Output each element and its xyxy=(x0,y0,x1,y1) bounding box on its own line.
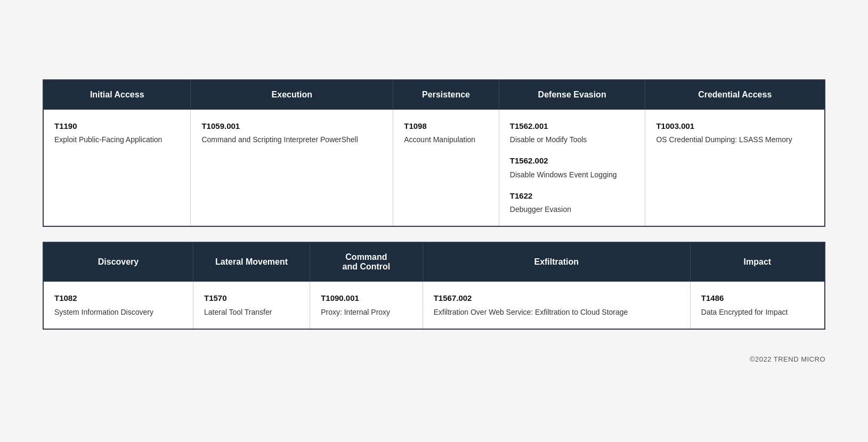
technique-name: System Information Discovery xyxy=(54,307,182,318)
table1-body-row: T1190Exploit Public-Facing ApplicationT1… xyxy=(43,109,825,226)
table2-cell-2: T1090.001Proxy: Internal Proxy xyxy=(310,282,423,329)
technique-name: Proxy: Internal Proxy xyxy=(321,307,412,318)
table1-cell-0: T1190Exploit Public-Facing Application xyxy=(43,109,191,226)
table2-cell-4: T1486Data Encrypted for Impact xyxy=(690,282,825,329)
technique-name: Lateral Tool Transfer xyxy=(204,307,299,318)
technique-entry: T1003.001OS Credential Dumping: LSASS Me… xyxy=(656,120,814,146)
technique-name: OS Credential Dumping: LSASS Memory xyxy=(656,134,814,145)
technique-entry: T1190Exploit Public-Facing Application xyxy=(54,120,180,146)
tables-wrapper: Initial AccessExecutionPersistenceDefens… xyxy=(43,79,825,363)
technique-name: Disable Windows Event Logging xyxy=(510,169,635,181)
technique-entry: T1567.002Exfiltration Over Web Service: … xyxy=(434,292,679,318)
table1-cell-1: T1059.001Command and Scripting Interpret… xyxy=(191,109,393,226)
technique-entry: T1059.001Command and Scripting Interpret… xyxy=(201,120,382,146)
table2-body-row: T1082System Information DiscoveryT1570La… xyxy=(43,282,825,329)
technique-entry: T1486Data Encrypted for Impact xyxy=(701,292,814,318)
technique-name: Data Encrypted for Impact xyxy=(701,307,814,318)
technique-id: T1486 xyxy=(701,292,814,305)
technique-name: Exfiltration Over Web Service: Exfiltrat… xyxy=(434,307,679,318)
table1-cell-4: T1003.001OS Credential Dumping: LSASS Me… xyxy=(645,109,825,226)
table2-header-3: Exfiltration xyxy=(423,242,690,282)
table2-cell-3: T1567.002Exfiltration Over Web Service: … xyxy=(423,282,690,329)
table2-cell-1: T1570Lateral Tool Transfer xyxy=(193,282,310,329)
technique-id: T1090.001 xyxy=(321,292,412,305)
technique-id: T1562.002 xyxy=(510,155,635,167)
table1-header-row: Initial AccessExecutionPersistenceDefens… xyxy=(43,80,825,110)
table1-header-4: Credential Access xyxy=(645,80,825,110)
table2-header-0: Discovery xyxy=(43,242,193,282)
technique-id: T1059.001 xyxy=(201,120,382,133)
technique-entry: T1082System Information Discovery xyxy=(54,292,182,318)
technique-id: T1003.001 xyxy=(656,120,814,133)
table1-cell-3: T1562.001Disable or Modify ToolsT1562.00… xyxy=(499,109,645,226)
table1-header-3: Defense Evasion xyxy=(499,80,645,110)
technique-entry: T1562.002Disable Windows Event Logging xyxy=(510,155,635,181)
technique-entry: T1098Account Manipulation xyxy=(404,120,488,146)
technique-entry: T1562.001Disable or Modify Tools xyxy=(510,120,635,146)
table2-cell-0: T1082System Information Discovery xyxy=(43,282,193,329)
technique-id: T1562.001 xyxy=(510,120,635,133)
table2-header-row: DiscoveryLateral MovementCommandand Cont… xyxy=(43,242,825,282)
technique-name: Command and Scripting Interpreter PowerS… xyxy=(201,134,382,145)
technique-entry: T1570Lateral Tool Transfer xyxy=(204,292,299,318)
table1-header-2: Persistence xyxy=(393,80,499,110)
technique-name: Disable or Modify Tools xyxy=(510,134,635,145)
mitre-table-1: Initial AccessExecutionPersistenceDefens… xyxy=(43,79,825,227)
technique-name: Exploit Public-Facing Application xyxy=(54,134,180,145)
table1-header-1: Execution xyxy=(191,80,393,110)
copyright-text: ©2022 TREND MICRO xyxy=(750,355,825,363)
table1-cell-2: T1098Account Manipulation xyxy=(393,109,499,226)
footer: ©2022 TREND MICRO xyxy=(43,345,825,363)
mitre-table-2: DiscoveryLateral MovementCommandand Cont… xyxy=(43,242,825,330)
technique-name: Debugger Evasion xyxy=(510,204,635,215)
technique-entry: T1090.001Proxy: Internal Proxy xyxy=(321,292,412,318)
table2-header-4: Impact xyxy=(690,242,825,282)
technique-id: T1190 xyxy=(54,120,180,133)
technique-id: T1570 xyxy=(204,292,299,305)
technique-id: T1567.002 xyxy=(434,292,679,305)
table2-header-1: Lateral Movement xyxy=(193,242,310,282)
technique-id: T1622 xyxy=(510,190,635,202)
technique-id: T1082 xyxy=(54,292,182,305)
technique-name: Account Manipulation xyxy=(404,134,488,145)
table2-header-2: Commandand Control xyxy=(310,242,423,282)
technique-id: T1098 xyxy=(404,120,488,133)
table1-header-0: Initial Access xyxy=(43,80,191,110)
technique-entry: T1622Debugger Evasion xyxy=(510,190,635,216)
